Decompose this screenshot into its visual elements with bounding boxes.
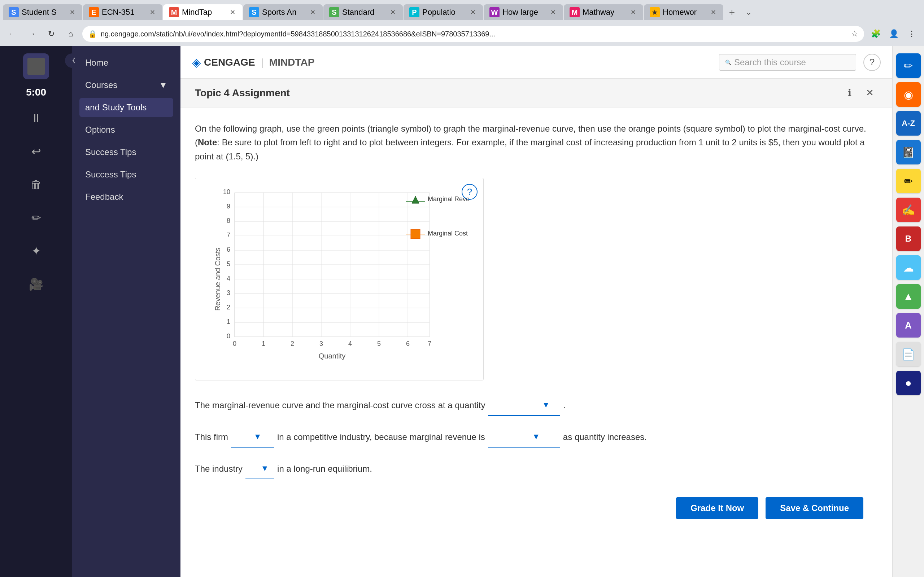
question-3: The industry ▼ in a long-run equilibrium… [195,458,878,479]
q3-prefix: The industry [195,460,242,477]
svg-text:1: 1 [262,340,265,347]
sidebar-font-icon[interactable]: A [896,313,921,338]
logo-separator: | [261,56,263,68]
tab-close-student[interactable]: ✕ [68,8,76,16]
svg-text:9: 9 [227,203,230,210]
tab-close-population[interactable]: ✕ [468,8,477,16]
new-tab-button[interactable]: + [724,4,740,20]
help-icon: ? [869,56,874,68]
bookmark-star-icon[interactable]: ☆ [851,29,858,39]
sidebar-pause-button[interactable]: ⏸ [23,105,49,131]
tab-close-howlarge[interactable]: ✕ [549,8,557,16]
tab-close-mindtap[interactable]: ✕ [228,8,237,16]
sidebar-sparkle-button[interactable]: ✦ [23,238,49,264]
q3-dropdown-arrow: ▼ [261,461,269,476]
q2-dropdown2-arrow: ▼ [532,429,540,445]
svg-text:3: 3 [227,289,230,297]
tab-title-standard: Standard [342,8,386,17]
topic-info-button[interactable]: ℹ [842,85,858,101]
menu-button[interactable]: ⋮ [904,26,920,42]
graph-help-button[interactable]: ? [462,184,478,200]
nav-menu-options[interactable]: Options [79,121,173,139]
tab-standard[interactable]: S Standard ✕ [323,4,403,20]
nav-menu-success1[interactable]: Success Tips [79,143,173,161]
sidebar-trash-button[interactable]: 🗑 [23,172,49,198]
grade-it-now-button[interactable]: Grade It Now [676,497,758,519]
topic-close-button[interactable]: ✕ [862,85,878,101]
tab-favicon-mathway: M [570,7,580,17]
sidebar-notebook-icon[interactable]: 📓 [896,140,921,164]
nav-menu-home[interactable]: Home [79,53,173,72]
tab-mindtap[interactable]: M MindTap ✕ [163,4,242,20]
sidebar-glossary-icon[interactable]: A-Z [896,111,921,135]
tab-close-standard[interactable]: ✕ [388,8,397,16]
forward-button[interactable]: → [24,26,40,42]
close-icon: ✕ [866,87,874,98]
q3-dropdown[interactable]: ▼ [246,458,274,479]
q2-dropdown1[interactable]: ▼ [231,427,274,448]
cengage-text: CENGAGE [204,56,255,68]
q1-dropdown[interactable]: ▼ [488,395,560,416]
sidebar-annotate-icon[interactable]: ✍ [896,198,921,222]
q2-middle1: in a competitive industry, because margi… [277,429,485,446]
sidebar-cloud-icon[interactable]: ☁ [896,255,921,280]
tab-close-homework[interactable]: ✕ [709,8,717,16]
tab-sports[interactable]: S Sports An ✕ [243,4,323,20]
tab-mathway[interactable]: M Mathway ✕ [564,4,643,20]
home-button[interactable]: ⌂ [63,26,79,42]
sidebar-edit-button[interactable]: ✏ [23,205,49,231]
tab-overflow-button[interactable]: ⌄ [741,4,756,20]
nav-menu-courses[interactable]: Courses ▼ [79,76,173,95]
tab-favicon-ecn: E [89,7,99,17]
topic-actions: ℹ ✕ [842,85,878,101]
nav-menu-success2[interactable]: Success Tips [79,165,173,184]
extensions-button[interactable]: 🧩 [868,26,884,42]
nav-menu-courses-arrow: ▼ [159,80,168,90]
back-button[interactable]: ← [4,26,20,42]
tab-title-howlarge: How large [502,8,546,17]
sidebar-profile-icon[interactable]: ● [896,371,921,395]
tab-favicon-homework: ★ [650,7,660,17]
tab-favicon-howlarge: W [489,7,499,17]
search-box[interactable]: 🔍 Search this course [719,54,856,71]
q2-dropdown2[interactable]: ▼ [488,427,560,448]
q2-prefix: This firm [195,429,228,446]
sidebar-toggle-button[interactable]: 《 [65,53,79,68]
sidebar-drive-icon[interactable]: ▲ [896,284,921,309]
content-body[interactable]: On the following graph, use the green po… [181,108,892,577]
tab-homework[interactable]: ★ Homewor ✕ [644,4,723,20]
sidebar-undo-button[interactable]: ↩ [23,139,49,164]
tab-ecn[interactable]: E ECN-351 ✕ [83,4,162,20]
sidebar-bingo-icon[interactable]: B [896,226,921,251]
svg-text:8: 8 [227,217,230,224]
sidebar-pencil-icon[interactable]: ✏ [896,53,921,78]
nav-menu-feedback[interactable]: Feedback [79,187,173,206]
help-button[interactable]: ? [863,54,881,71]
sidebar-video-button[interactable]: 🎥 [23,271,49,297]
address-input[interactable]: 🔒 ng.cengage.com/static/nb/ui/evo/index.… [82,26,864,42]
address-bar: ← → ↻ ⌂ 🔒 ng.cengage.com/static/nb/ui/ev… [0,22,924,46]
sidebar-notes-icon[interactable]: 📄 [896,342,921,366]
save-continue-button[interactable]: Save & Continue [766,497,863,519]
tab-favicon-population: P [409,7,419,17]
sidebar-record-button[interactable] [23,53,49,79]
graph-container[interactable]: ? Revenue and Costs [195,178,484,380]
browser-chrome: S Student S ✕ E ECN-351 ✕ M MindTap ✕ S … [0,0,924,46]
tab-close-mathway[interactable]: ✕ [629,8,637,16]
profile-button[interactable]: 👤 [886,26,901,42]
tab-bar: S Student S ✕ E ECN-351 ✕ M MindTap ✕ S … [0,0,924,22]
sidebar-rss-icon[interactable]: ◉ [896,82,921,107]
right-sidebar: ✏ ◉ A-Z 📓 ✏ ✍ B ☁ ▲ A 📄 ● [892,46,924,577]
svg-text:5: 5 [377,340,381,347]
tab-close-sports[interactable]: ✕ [308,8,317,16]
tab-howlarge[interactable]: W How large ✕ [484,4,563,20]
tab-student[interactable]: S Student S ✕ [3,4,82,20]
tab-population[interactable]: P Populatio ✕ [404,4,483,20]
topic-title: Topic 4 Assignment [195,87,290,99]
nav-menu-study[interactable]: and Study Tools [79,98,173,117]
header-right: 🔍 Search this course ? [719,54,881,71]
tab-close-ecn[interactable]: ✕ [148,8,157,16]
sidebar-highlight-icon[interactable]: ✏ [896,169,921,193]
reload-button[interactable]: ↻ [43,26,59,42]
left-sidebar: 《 5:00 ⏸ ↩ 🗑 ✏ ✦ 🎥 [0,46,72,577]
